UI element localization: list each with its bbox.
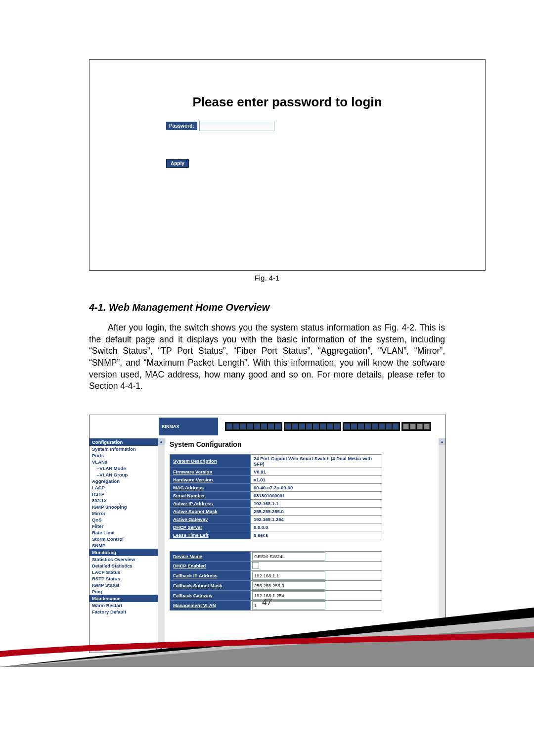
info-value: V0.91	[251, 468, 382, 475]
nav-item[interactable]: SNMP	[89, 542, 165, 549]
info-key: Serial Number	[170, 491, 251, 499]
nav-item[interactable]: Storm Control	[89, 536, 165, 542]
nav-item[interactable]: Mirror	[89, 510, 165, 517]
nav-head-configuration: Configuration	[89, 438, 165, 446]
nav-item[interactable]: --VLAN Mode	[89, 465, 165, 472]
nav-item[interactable]: RSTP	[89, 491, 165, 497]
brand-logo: KINMAX	[159, 418, 218, 435]
fallback-mask-input[interactable]	[252, 581, 325, 590]
fig1-caption: Fig. 4-1	[89, 274, 445, 282]
nav-item[interactable]: VLANs	[89, 459, 165, 465]
nav-item[interactable]: --VLAN Group	[89, 472, 165, 478]
scroll-down-icon[interactable]: ▾	[439, 646, 445, 653]
nav-item[interactable]: Ports	[89, 452, 165, 459]
nav-item[interactable]: IGMP Status	[89, 582, 165, 588]
nav-sidebar: Configuration System InformationPortsVLA…	[89, 438, 165, 653]
scroll-up-icon[interactable]: ▴	[158, 438, 165, 445]
scroll-left-icon[interactable]: ◂	[89, 646, 91, 653]
login-screenshot: Please enter password to login Password:…	[89, 59, 486, 271]
fallback-ip-label: Fallback IP Address	[170, 570, 251, 580]
info-value: 031801000001	[251, 491, 382, 499]
info-key: Lease Time Left	[170, 531, 251, 539]
info-key: Active Subnet Mask	[170, 507, 251, 515]
nav-item[interactable]: IGMP Snooping	[89, 504, 165, 510]
nav-item[interactable]: RSTP Status	[89, 575, 165, 582]
nav-item[interactable]: Detailed Statistics	[89, 563, 165, 569]
device-banner: KINMAX	[89, 415, 445, 438]
fallback-ip-input[interactable]	[252, 571, 325, 580]
info-value: 00-40-c7-3c-00-00	[251, 483, 382, 491]
info-key: Active IP Address	[170, 499, 251, 507]
info-key: Firmware Version	[170, 468, 251, 475]
scroll-up-icon[interactable]: ▴	[439, 438, 445, 445]
nav-item[interactable]: Statistics Overview	[89, 556, 165, 563]
login-heading: Please enter password to login	[109, 94, 465, 110]
nav-item[interactable]: LACP Status	[89, 569, 165, 575]
apply-button[interactable]: Apply	[166, 159, 189, 168]
section-body: After you login, the switch shows you th…	[89, 322, 445, 392]
info-table: System Description24 Port Gigabit Web-Sm…	[170, 454, 382, 539]
nav-item[interactable]: System Information	[89, 446, 165, 452]
fallback-mask-label: Fallback Subnet Mask	[170, 580, 251, 590]
info-key: DHCP Server	[170, 523, 251, 531]
scroll-right-icon[interactable]: ▸	[156, 646, 158, 653]
info-value: 192.168.1.1	[251, 499, 382, 507]
device-name-input[interactable]	[252, 552, 325, 561]
main-panel: System Configuration System Description2…	[165, 438, 445, 653]
nav-item[interactable]: LACP	[89, 484, 165, 491]
page-number: 47	[0, 597, 534, 608]
nav-item[interactable]: 802.1X	[89, 497, 165, 504]
info-value: 255.255.255.0	[251, 507, 382, 515]
info-value: 0.0.0.0	[251, 523, 382, 531]
sidebar-vscrollbar[interactable]: ▴ ▾	[158, 438, 165, 653]
nav-item[interactable]: Filter	[89, 523, 165, 529]
info-value: 0 secs	[251, 531, 382, 539]
info-key: MAC Address	[170, 483, 251, 491]
device-name-label: Device Name	[170, 551, 251, 561]
info-value: v1.01	[251, 475, 382, 483]
nav-item[interactable]: Aggregation	[89, 478, 165, 484]
info-value: 192.168.1.254	[251, 515, 382, 523]
scroll-down-icon[interactable]: ▾	[158, 646, 165, 653]
main-title: System Configuration	[170, 440, 441, 448]
info-key: Hardware Version	[170, 475, 251, 483]
password-label: Password:	[166, 122, 197, 130]
dhcp-enabled-label: DHCP Enabled	[170, 561, 251, 570]
info-value: 24 Port Gigabit Web-Smart Switch (4 Dual…	[251, 454, 382, 468]
fig2-caption: Fig. 4-2	[89, 656, 445, 664]
info-key: Active Gateway	[170, 515, 251, 523]
nav-item[interactable]: Factory Default	[89, 609, 165, 615]
nav-item[interactable]: Ping	[89, 588, 165, 595]
sysconfig-screenshot: KINMAX Configuration System InformationP…	[89, 415, 446, 653]
port-diagram	[225, 422, 431, 431]
info-key: System Description	[170, 454, 251, 468]
main-vscrollbar[interactable]: ▴ ▾	[439, 438, 445, 653]
nav-item[interactable]: Rate Limit	[89, 529, 165, 536]
nav-item[interactable]: QoS	[89, 517, 165, 523]
dhcp-enabled-checkbox[interactable]	[252, 562, 259, 569]
sidebar-hscrollbar[interactable]: ◂ ▸	[89, 646, 158, 653]
password-input[interactable]	[199, 121, 274, 131]
section-heading: 4-1. Web Management Home Overview	[89, 302, 445, 313]
nav-head-monitoring: Monitoring	[89, 549, 165, 556]
